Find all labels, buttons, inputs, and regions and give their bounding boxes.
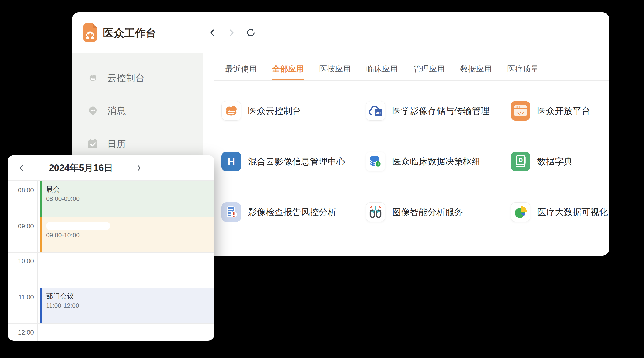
tab-bar: 最近使用 全部应用 医技应用 临床应用 管理应用 数据应用 医疗质量 bbox=[225, 64, 609, 80]
time-label: 08:00 bbox=[8, 187, 34, 194]
time-label: 09:00 bbox=[8, 223, 34, 230]
app-item-clinical-data-hub[interactable]: 医众临床数据决策枢纽 bbox=[366, 152, 511, 171]
sidebar-item-label: 消息 bbox=[107, 105, 126, 117]
cloud-console-icon bbox=[87, 72, 99, 84]
grid-line bbox=[8, 323, 214, 324]
app-label: 混合云影像信息管理中心 bbox=[248, 156, 345, 168]
report-alert-icon bbox=[222, 202, 241, 222]
tab-recent[interactable]: 最近使用 bbox=[225, 64, 257, 80]
svg-text:</>: </> bbox=[516, 110, 524, 115]
calendar-prev-button[interactable] bbox=[15, 162, 28, 174]
message-icon bbox=[87, 105, 99, 117]
forward-button[interactable] bbox=[226, 28, 236, 38]
app-label: 数据字典 bbox=[537, 156, 572, 168]
time-label: 12:00 bbox=[8, 329, 34, 336]
screen: 医众工作台 bbox=[0, 0, 644, 358]
grid-line bbox=[8, 270, 214, 270]
letter-h-icon: H bbox=[222, 152, 241, 171]
app-item-image-ai-analysis[interactable]: 图像智能分析服务 bbox=[366, 202, 511, 222]
lungs-icon bbox=[366, 202, 385, 222]
event-time: 09:00-10:00 bbox=[46, 232, 214, 239]
svg-text:D: D bbox=[518, 157, 522, 163]
svg-text:Mos: Mos bbox=[376, 111, 381, 115]
app-label: 医众临床数据决策枢纽 bbox=[392, 156, 481, 168]
tab-admin-apps[interactable]: 管理应用 bbox=[413, 64, 445, 80]
window-header: 医众工作台 bbox=[72, 12, 609, 53]
app-item-cloud-console[interactable]: 医众云控制台 bbox=[222, 101, 366, 121]
sidebar-item-label: 日历 bbox=[107, 138, 126, 150]
tab-quality[interactable]: 医疗质量 bbox=[507, 64, 539, 80]
cloud-sliders-icon bbox=[222, 101, 241, 121]
app-item-hybrid-cloud-imaging[interactable]: H 混合云影像信息管理中心 bbox=[222, 152, 366, 171]
sidebar-item-label: 云控制台 bbox=[107, 72, 144, 84]
event-title: 部门会议 bbox=[46, 292, 214, 300]
back-button[interactable] bbox=[208, 28, 218, 38]
app-item-report-risk-analysis[interactable]: 影像检查报告风控分析 bbox=[222, 202, 366, 222]
calendar-header: 2024年5月16日 bbox=[8, 155, 214, 181]
tab-all-apps[interactable]: 全部应用 bbox=[272, 64, 304, 80]
sidebar-item-cloud-console[interactable]: 云控制台 bbox=[72, 61, 203, 94]
tab-clinical-apps[interactable]: 临床应用 bbox=[366, 64, 398, 80]
calendar-icon bbox=[87, 138, 99, 150]
app-label: 医众云控制台 bbox=[248, 105, 301, 117]
grid-line bbox=[8, 252, 214, 253]
time-label: 11:00 bbox=[8, 294, 34, 301]
grid-line bbox=[8, 340, 214, 340]
event-accent-bar bbox=[40, 217, 42, 252]
event-title-redacted-pill bbox=[46, 222, 110, 230]
app-logo-icon bbox=[83, 23, 97, 42]
tab-medtech-apps[interactable]: 医技应用 bbox=[319, 64, 351, 80]
window-title: 医众工作台 bbox=[103, 24, 156, 42]
app-label: 图像智能分析服务 bbox=[392, 206, 463, 218]
sidebar-item-messages[interactable]: 消息 bbox=[72, 94, 203, 127]
app-label: 影像检查报告风控分析 bbox=[248, 206, 336, 218]
apps-grid: 医众云控制台 Mos 医学影像存储与传输管理 bbox=[222, 101, 609, 222]
pie-chart-icon bbox=[511, 202, 530, 222]
event-accent-bar bbox=[40, 288, 42, 323]
cloud-mos-icon: Mos bbox=[366, 101, 385, 121]
tab-data-apps[interactable]: 数据应用 bbox=[460, 64, 492, 80]
calendar-event-redacted[interactable]: 09:00-10:00 bbox=[40, 217, 214, 252]
content-area: 最近使用 全部应用 医技应用 临床应用 管理应用 数据应用 医疗质量 bbox=[203, 53, 609, 255]
calendar-day-grid: 08:00 09:00 10:00 11:00 12:00 晨会 08:00-0… bbox=[8, 181, 214, 341]
code-window-icon: </> bbox=[511, 101, 530, 121]
event-time: 11:00-12:00 bbox=[46, 302, 214, 309]
calendar-event-department-meeting[interactable]: 部门会议 11:00-12:00 bbox=[40, 288, 214, 323]
app-item-big-data-visualization[interactable]: 医疗大数据可视化 bbox=[511, 202, 609, 222]
event-title: 晨会 bbox=[46, 185, 214, 193]
calendar-panel: 2024年5月16日 08:00 09:00 10:00 11:00 12:00… bbox=[8, 155, 214, 341]
app-item-data-dictionary[interactable]: D 数据字典 bbox=[511, 152, 609, 171]
time-label: 10:00 bbox=[8, 258, 34, 265]
refresh-button[interactable] bbox=[246, 28, 256, 38]
app-label: 医疗大数据可视化 bbox=[537, 206, 608, 218]
app-item-imaging-storage[interactable]: Mos 医学影像存储与传输管理 bbox=[366, 101, 511, 121]
calendar-next-button[interactable] bbox=[133, 162, 146, 174]
calendar-event-morning-meeting[interactable]: 晨会 08:00-09:00 bbox=[40, 181, 214, 217]
calendar-date-title: 2024年5月16日 bbox=[36, 155, 126, 180]
app-label: 医学影像存储与传输管理 bbox=[392, 105, 490, 117]
event-time: 08:00-09:00 bbox=[46, 195, 214, 202]
app-label: 医众开放平台 bbox=[537, 105, 590, 117]
svg-text:H: H bbox=[228, 156, 235, 167]
dictionary-icon: D bbox=[511, 152, 530, 171]
app-item-open-platform[interactable]: </> 医众开放平台 bbox=[511, 101, 609, 121]
database-plus-icon bbox=[366, 152, 385, 171]
event-accent-bar bbox=[40, 181, 42, 217]
divider bbox=[214, 80, 609, 81]
grid-line bbox=[38, 181, 38, 341]
